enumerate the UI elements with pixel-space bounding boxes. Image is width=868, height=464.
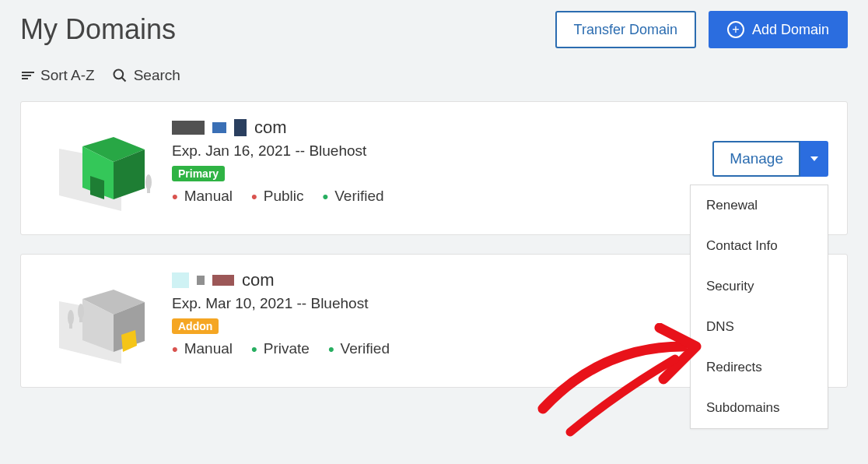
sort-icon [22, 72, 34, 79]
domain-attr: •Public [251, 188, 303, 205]
redacted-text [212, 122, 226, 133]
add-domain-label: Add Domain [752, 22, 829, 38]
dropdown-item-renewal[interactable]: Renewal [691, 185, 828, 226]
domain-thumbnail [40, 118, 164, 219]
redacted-text [172, 121, 205, 135]
dropdown-item-contact-info[interactable]: Contact Info [691, 226, 828, 266]
search-icon [112, 68, 128, 83]
redacted-text [172, 272, 189, 288]
dropdown-item-subdomains[interactable]: Subdomains [691, 388, 828, 428]
domain-name-line: com [172, 118, 828, 138]
redacted-text [197, 276, 205, 285]
manage-control: Manage [712, 141, 828, 177]
header: My Domains Transfer Domain + Add Domain [20, 11, 848, 48]
domain-attr: •Manual [172, 340, 233, 357]
plus-icon: + [727, 21, 744, 38]
redacted-text [234, 119, 247, 136]
svg-point-0 [114, 70, 123, 79]
header-actions: Transfer Domain + Add Domain [555, 11, 848, 48]
sort-button[interactable]: Sort A-Z [22, 67, 95, 84]
search-label: Search [134, 67, 180, 84]
dot-icon: • [251, 345, 257, 353]
domain-tld: com [254, 118, 287, 138]
svg-point-14 [68, 310, 74, 325]
svg-line-1 [121, 78, 125, 82]
toolbar: Sort A-Z Search [20, 67, 848, 84]
manage-dropdown-menu: Renewal Contact Info Security DNS Redire… [690, 185, 828, 429]
dropdown-item-redirects[interactable]: Redirects [691, 347, 828, 388]
domain-badge-addon: Addon [172, 318, 219, 334]
manage-dropdown-toggle[interactable] [800, 141, 828, 177]
domain-attr: •Verified [322, 188, 383, 205]
domain-tld: com [242, 270, 275, 290]
svg-point-16 [78, 304, 84, 319]
svg-point-7 [145, 174, 152, 190]
dropdown-item-security[interactable]: Security [691, 266, 828, 307]
caret-down-icon [810, 156, 818, 161]
svg-rect-17 [79, 318, 82, 322]
page-title: My Domains [20, 13, 176, 46]
dot-icon: • [328, 345, 334, 353]
domain-attr: •Manual [172, 188, 233, 205]
domain-attr: •Private [251, 340, 310, 357]
domain-thumbnail [40, 270, 164, 371]
manage-button[interactable]: Manage [712, 141, 800, 177]
dot-icon: • [172, 345, 178, 353]
sort-label: Sort A-Z [40, 67, 95, 84]
search-button[interactable]: Search [112, 67, 180, 84]
svg-rect-8 [147, 188, 150, 193]
domain-attr: •Verified [328, 340, 390, 357]
domain-badge-primary: Primary [172, 166, 225, 181]
domain-card: com Exp. Jan 16, 2021 -- Bluehost Primar… [20, 101, 848, 235]
dot-icon: • [251, 192, 257, 201]
svg-rect-15 [69, 324, 72, 329]
redacted-text [212, 275, 234, 286]
add-domain-button[interactable]: + Add Domain [709, 11, 848, 48]
transfer-domain-label: Transfer Domain [574, 22, 677, 38]
dot-icon: • [322, 192, 328, 201]
dot-icon: • [172, 192, 178, 201]
transfer-domain-button[interactable]: Transfer Domain [555, 11, 696, 48]
dropdown-item-dns[interactable]: DNS [691, 307, 828, 347]
